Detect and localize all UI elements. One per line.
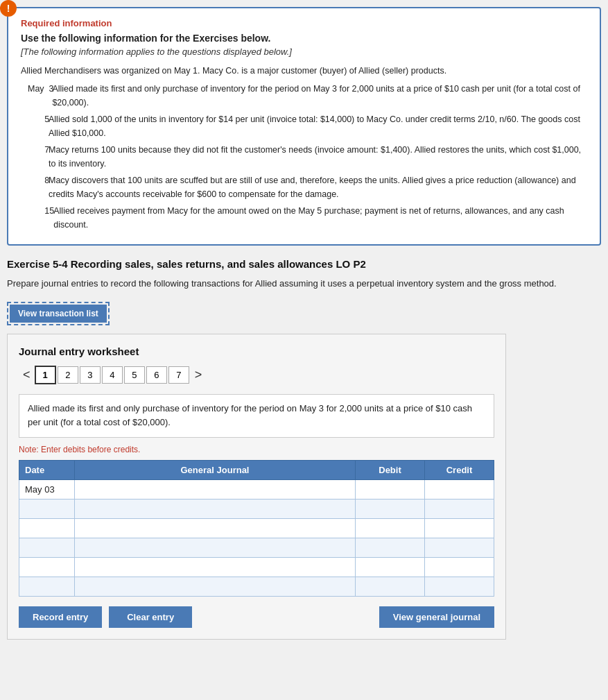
cell-journal-5[interactable] (75, 577, 356, 597)
cell-date-2 (19, 519, 75, 538)
worksheet-description: Allied made its first and only purchase … (19, 394, 494, 438)
cell-credit-5[interactable] (425, 577, 494, 597)
tab-4[interactable]: 4 (102, 366, 123, 384)
transaction-num: 15 (28, 204, 53, 232)
journal-input-1[interactable] (75, 500, 355, 518)
transaction-num: May 3 (28, 82, 52, 110)
view-transaction-button[interactable]: View transaction list (10, 305, 107, 323)
journal-input-3[interactable] (75, 538, 355, 557)
cell-journal-4[interactable] (75, 558, 356, 577)
cell-journal-0[interactable] (75, 480, 356, 500)
table-row (19, 577, 494, 597)
cell-credit-4[interactable] (425, 558, 494, 577)
table-header-row: Date General Journal Debit Credit (19, 461, 494, 480)
transaction-item-1: May 3Allied made its first and only purc… (28, 82, 587, 110)
bottom-buttons: Record entry Clear entry View general jo… (19, 606, 494, 628)
credit-input-1[interactable] (425, 500, 494, 518)
cell-credit-0[interactable] (425, 480, 494, 500)
debit-input-5[interactable] (356, 577, 424, 596)
table-row (19, 500, 494, 519)
worksheet-title: Journal entry worksheet (19, 345, 494, 357)
cell-date-4 (19, 558, 75, 577)
info-title: Use the following information for the Ex… (21, 33, 587, 44)
cell-journal-3[interactable] (75, 538, 356, 558)
debit-input-0[interactable] (356, 480, 424, 499)
cell-date-0: May 03 (19, 480, 75, 500)
credit-input-0[interactable] (425, 480, 494, 499)
record-entry-button[interactable]: Record entry (19, 606, 102, 628)
journal-input-0[interactable] (75, 480, 355, 499)
worksheet-container: Journal entry worksheet < 1 2 3 4 5 6 7 … (7, 334, 506, 640)
credit-input-3[interactable] (425, 538, 494, 557)
transaction-list: May 3Allied made its first and only purc… (28, 82, 587, 232)
view-general-journal-button[interactable]: View general journal (379, 606, 494, 628)
tab-navigation: < 1 2 3 4 5 6 7 > (19, 366, 494, 384)
cell-journal-1[interactable] (75, 500, 356, 519)
cell-journal-2[interactable] (75, 519, 356, 538)
transaction-item-4: 8Macy discovers that 100 units are scuff… (28, 173, 587, 201)
cell-debit-2[interactable] (356, 519, 425, 538)
debit-input-3[interactable] (356, 538, 424, 557)
tab-6[interactable]: 6 (146, 366, 167, 384)
cell-date-3 (19, 538, 75, 558)
next-tab-arrow[interactable]: > (191, 366, 207, 384)
info-intro: Allied Merchandisers was organized on Ma… (21, 64, 587, 78)
transaction-text: Allied made its first and only purchase … (52, 82, 587, 110)
exercise-description: Prepare journal entries to record the fo… (7, 277, 601, 291)
cell-debit-5[interactable] (356, 577, 425, 597)
transaction-num: 8 (28, 173, 49, 201)
tab-3[interactable]: 3 (80, 366, 101, 384)
transaction-text: Macy returns 100 units because they did … (49, 143, 587, 171)
transaction-text: Allied receives payment from Macy for th… (53, 204, 587, 232)
debit-input-2[interactable] (356, 519, 424, 538)
transaction-num: 7 (28, 143, 49, 171)
cell-debit-4[interactable] (356, 558, 425, 577)
debit-input-4[interactable] (356, 558, 424, 577)
cell-debit-1[interactable] (356, 500, 425, 519)
header-date: Date (19, 461, 75, 480)
header-credit: Credit (425, 461, 494, 480)
info-subtitle: [The following information applies to th… (21, 46, 587, 57)
transaction-num: 5 (28, 112, 49, 140)
view-transaction-btn-container: View transaction list (7, 302, 110, 325)
journal-input-5[interactable] (75, 577, 355, 596)
info-icon: ! (0, 0, 17, 17)
journal-input-4[interactable] (75, 558, 355, 577)
credit-input-2[interactable] (425, 519, 494, 538)
header-debit: Debit (356, 461, 425, 480)
cell-debit-0[interactable] (356, 480, 425, 500)
info-body: Allied Merchandisers was organized on Ma… (21, 64, 587, 232)
clear-entry-button[interactable]: Clear entry (109, 606, 192, 628)
transaction-item-2: 5Allied sold 1,000 of the units in inven… (28, 112, 587, 140)
tab-1[interactable]: 1 (35, 366, 56, 384)
header-general-journal: General Journal (75, 461, 356, 480)
table-row (19, 538, 494, 558)
cell-credit-3[interactable] (425, 538, 494, 558)
cell-credit-2[interactable] (425, 519, 494, 538)
table-row (19, 519, 494, 538)
cell-date-5 (19, 577, 75, 597)
transaction-text: Macy discovers that 100 units are scuffe… (49, 173, 587, 201)
tab-2[interactable]: 2 (58, 366, 78, 384)
debit-input-1[interactable] (356, 500, 424, 518)
exercise-title: Exercise 5-4 Recording sales, sales retu… (7, 258, 601, 270)
worksheet-note: Note: Enter debits before credits. (19, 445, 494, 454)
info-box: ! Required information Use the following… (7, 7, 601, 246)
table-row: May 03 (19, 480, 494, 500)
transaction-text: Allied sold 1,000 of the units in invent… (49, 112, 587, 140)
journal-input-2[interactable] (75, 519, 355, 538)
tab-5[interactable]: 5 (124, 366, 145, 384)
table-row (19, 558, 494, 577)
prev-tab-arrow[interactable]: < (19, 366, 35, 384)
required-info-label: Required information (21, 18, 587, 28)
cell-debit-3[interactable] (356, 538, 425, 558)
credit-input-4[interactable] (425, 558, 494, 577)
cell-credit-1[interactable] (425, 500, 494, 519)
tab-7[interactable]: 7 (168, 366, 189, 384)
transaction-item-3: 7Macy returns 100 units because they did… (28, 143, 587, 171)
credit-input-5[interactable] (425, 577, 494, 596)
transaction-item-5: 15Allied receives payment from Macy for … (28, 204, 587, 232)
cell-date-1 (19, 500, 75, 519)
journal-table: Date General Journal Debit Credit May 03 (19, 460, 494, 597)
